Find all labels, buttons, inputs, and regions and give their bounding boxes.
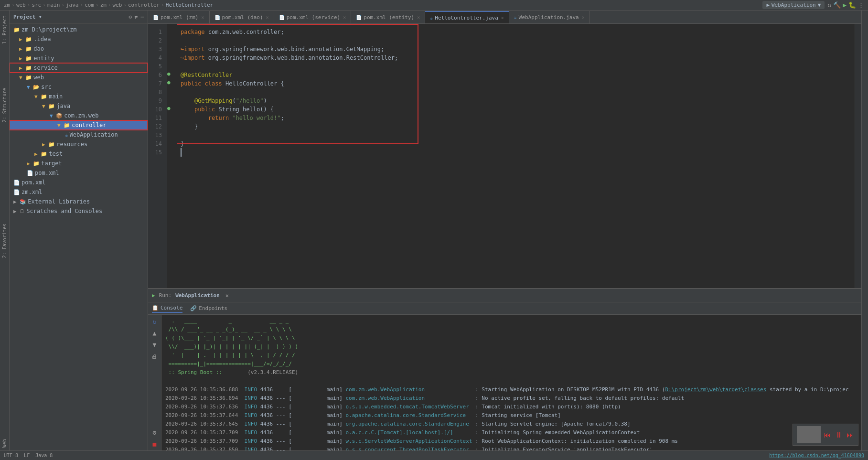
stop-btn[interactable]: ■ (150, 439, 160, 449)
sync-icon[interactable]: ⇄ (135, 14, 138, 20)
tree-test-label: test (49, 150, 63, 157)
console-line: ( ( )\___ | '_ | '_| | '_ \/ _` | \ \ \ … (165, 334, 857, 342)
settings-icon[interactable]: ⚙ (129, 14, 132, 20)
tree-target[interactable]: ▶ 📁 target (10, 159, 148, 168)
scroll-down-btn[interactable]: ▼ (150, 340, 160, 349)
tree-pom[interactable]: 📄 pom.xml (10, 178, 148, 187)
tree-src[interactable]: ▼ 📂 src (10, 82, 148, 92)
console-line: /\\ / ___'_ __ _ _(_)_ __ __ _ \ \ \ \ (165, 325, 857, 334)
bottom-tabs: 📋 Console 🔗 Endpoints (148, 302, 861, 315)
tab-hello-controller[interactable]: ☕ HelloController.java × (425, 11, 509, 23)
java-icon-hello: ☕ (430, 15, 433, 21)
project-header: Project ▾ ⚙ ⇄ – (10, 11, 148, 24)
status-url[interactable]: https://blog.csdn.net/qq_41604890 (769, 453, 864, 458)
more-icon[interactable]: ⋮ (858, 1, 864, 9)
code-line-2 (181, 36, 851, 45)
close-tab-webapp[interactable]: × (582, 15, 585, 20)
code-line-7: public class HelloController { (181, 79, 851, 88)
code-line-1: package com.zm.web.controller; (181, 28, 851, 36)
settings-btn[interactable]: ⚙ (150, 428, 160, 437)
tab-pom-dao[interactable]: 📄 pom.xml (dao) × (210, 11, 274, 23)
tree-scratches[interactable]: ▶ 🗒 Scratches and Consoles (10, 206, 148, 216)
close-bottom-panel[interactable]: × (225, 292, 229, 299)
close-tab-hello[interactable]: × (501, 15, 504, 21)
tab-pom-zm[interactable]: 📄 pom.xml (zm) × (148, 11, 210, 23)
print-btn[interactable]: 🖨 (150, 351, 160, 361)
endpoints-icon: 🔗 (190, 305, 197, 311)
tree-idea-label: .idea (33, 36, 51, 43)
xml-icon-service: 📄 (279, 15, 285, 20)
console-line: 2020-09-26 10:35:37.636 INFO 4436 --- [ … (165, 403, 857, 411)
xml-icon-entity: 📄 (356, 15, 362, 20)
close-tab-pom-zm[interactable]: × (201, 15, 204, 20)
tree-root[interactable]: 📁 zm D:\project\zm (10, 25, 148, 34)
console-line: 2020-09-26 10:35:36.688 INFO 4436 --- [ … (165, 385, 857, 394)
tree-main[interactable]: ▼ 📁 main (10, 92, 148, 101)
code-content[interactable]: package com.zm.web.controller; ↪import o… (177, 24, 855, 288)
refresh-icon[interactable]: ↻ (827, 1, 831, 9)
close-tab-pom-entity[interactable]: × (417, 15, 420, 20)
console-line: \\/ ___)| |_)| | | | | || (_| | ) ) ) ) (165, 342, 857, 351)
media-prev-btn[interactable]: ⏮ (824, 430, 831, 439)
tree-webapplication-label: WebApplication (70, 131, 118, 138)
tree-ext-lib[interactable]: ▶ 📚 External Libraries (10, 197, 148, 206)
structure-tab[interactable]: 2: Structure (1, 85, 8, 125)
tree-entity[interactable]: ▶ 📁 entity (10, 53, 148, 63)
console-output: . ____ _ __ _ _ /\\ / ___'_ __ _ _(_)_ _… (161, 315, 861, 450)
code-line-3: ↪import org.springframework.web.bind.ann… (181, 45, 851, 53)
close-tab-pom-service[interactable]: × (343, 15, 346, 20)
code-line-8 (181, 88, 851, 96)
run-button-icon[interactable]: ▶ (843, 1, 847, 9)
collapse-icon[interactable]: – (140, 14, 144, 20)
endpoints-tab[interactable]: 🔗 Endpoints (190, 304, 227, 312)
tree-controller[interactable]: ▼ 📁 controller (10, 120, 148, 130)
tree-web[interactable]: ▼ 📁 web (10, 73, 148, 82)
rerun-btn[interactable]: ↻ (150, 317, 160, 326)
build-icon[interactable]: 🔨 (833, 1, 841, 9)
tree-target-label: target (41, 160, 62, 167)
tree-dao-label: dao (33, 45, 44, 52)
web-tab[interactable]: Web (1, 436, 8, 450)
tree-resources[interactable]: ▶ 📁 resources (10, 139, 148, 149)
tree-package-label: com.zm.web (64, 112, 98, 119)
tree-package[interactable]: ▼ 📦 com.zm.web (10, 111, 148, 120)
java-icon-webapp: ☕ (514, 15, 517, 20)
console-line: 2020-09-26 10:35:36.694 INFO 4436 --- [ … (165, 394, 857, 403)
code-line-12: } (181, 122, 851, 131)
tab-bar: 📄 pom.xml (zm) × 📄 pom.xml (dao) × 📄 pom… (148, 11, 861, 24)
run-config-label: WebApplication (772, 2, 816, 8)
project-tab[interactable]: 1: Project (1, 12, 8, 47)
tree-java[interactable]: ▼ 📁 java (10, 101, 148, 111)
tree-service[interactable]: ▶ 📁 service (10, 63, 148, 73)
run-config[interactable]: ▶ WebApplication ▼ (762, 1, 825, 9)
favorites-tab[interactable]: 2: Favorites (1, 221, 8, 261)
media-next-btn[interactable]: ⏭ (847, 430, 854, 439)
scroll-up-btn[interactable]: ▲ (150, 328, 160, 338)
console-line: 2020-09-26 10:35:37.850 INFO 4436 --- [ … (165, 446, 857, 450)
close-tab-pom-dao[interactable]: × (266, 15, 269, 20)
tree-controller-label: controller (72, 122, 106, 128)
tab-pom-service[interactable]: 📄 pom.xml (service) × (274, 11, 352, 23)
console-icon: 📋 (152, 305, 159, 311)
media-pause-btn[interactable]: ⏸ (835, 430, 843, 439)
code-line-9: @GetMapping("/hello") (181, 96, 851, 105)
main-layout: 1: Project 2: Structure 2: Favorites Web… (0, 11, 868, 450)
tab-web-application[interactable]: ☕ WebApplication.java × (509, 11, 590, 23)
tree-zm[interactable]: 📄 zm.xml (10, 187, 148, 197)
console-tab[interactable]: 📋 Console (152, 304, 182, 313)
code-line-4: ↪import org.springframework.web.bind.ann… (181, 53, 851, 62)
tree-web-label: web (33, 74, 44, 81)
tree-idea[interactable]: ▶ 📁 .idea (10, 34, 148, 44)
code-line-13 (181, 131, 851, 139)
tree-dao[interactable]: ▶ 📁 dao (10, 44, 148, 53)
tree-pom-web[interactable]: 📄 pom.xml (10, 168, 148, 178)
tree-webapplication[interactable]: ☕ WebApplication (10, 130, 148, 139)
debug-icon[interactable]: 🐛 (848, 1, 856, 9)
tab-pom-entity[interactable]: 📄 pom.xml (entity) × (351, 11, 425, 23)
media-player: ⏮ ⏸ ⏭ (793, 424, 858, 446)
bottom-tool-strip: ↻ ▲ ▼ 🖨 ⚙ ■ (148, 315, 161, 450)
right-gutter (855, 24, 861, 288)
dropdown-icon: ▼ (818, 2, 821, 8)
run-icon: ▶ (766, 2, 770, 8)
tree-test[interactable]: ▶ 📁 test (10, 149, 148, 159)
